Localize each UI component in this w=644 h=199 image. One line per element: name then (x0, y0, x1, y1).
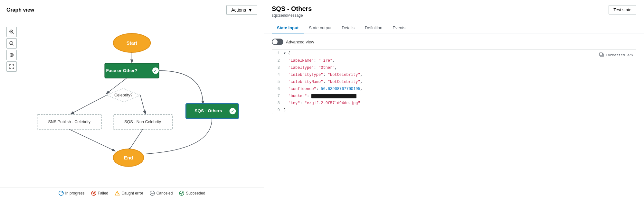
canceled-label: Canceled (156, 191, 173, 195)
left-panel: Graph view Actions ▼ (0, 0, 264, 199)
right-panel: SQS - Others sqs:sendMessage Test state … (264, 0, 644, 199)
svg-point-8 (10, 53, 14, 57)
legend-caught-error: ! Caught error (115, 191, 143, 196)
left-header: Graph view Actions ▼ (0, 0, 264, 20)
legend-failed: Failed (91, 191, 109, 196)
svg-point-45 (179, 191, 184, 195)
code-editor: Formatted </> 1 ▼ { 2 "labelName": "Tire… (272, 50, 636, 114)
test-state-button[interactable]: Test state (609, 5, 636, 14)
legend-canceled: Canceled (150, 191, 173, 196)
svg-line-24 (140, 95, 146, 114)
advanced-view-toggle[interactable] (272, 39, 283, 45)
tab-bar: State input State output Details Definit… (264, 23, 644, 33)
actions-button[interactable]: Actions ▼ (226, 5, 257, 15)
copy-button[interactable] (599, 52, 604, 59)
svg-text:End: End (124, 155, 133, 160)
svg-text:Face or Other?: Face or Other? (106, 68, 137, 73)
advanced-view-row: Advanced view (272, 39, 636, 45)
graph-view-title: Graph view (6, 7, 34, 13)
svg-text:SNS Publish - Celebrity: SNS Publish - Celebrity (48, 120, 90, 124)
svg-line-34 (128, 129, 143, 151)
panel-title: SQS - Others (272, 5, 312, 13)
tab-definition[interactable]: Definition (360, 23, 387, 33)
panel-subtitle: sqs:sendMessage (272, 13, 312, 18)
chevron-down-icon: ▼ (248, 7, 252, 13)
code-line-8: 8 "key": "ezgif-2-9f571d94de.jpg" (272, 100, 636, 107)
tab-details[interactable]: Details (336, 23, 360, 33)
zoom-out-button[interactable] (6, 38, 17, 49)
actions-label: Actions (231, 7, 246, 13)
svg-line-23 (71, 95, 107, 114)
code-line-2: 2 "labelName": "Tire", (272, 57, 636, 64)
svg-text:SQS - Others: SQS - Others (194, 108, 222, 113)
code-editor-toolbar: Formatted </> (599, 52, 633, 59)
svg-text:SQS - Non Celebrity: SQS - Non Celebrity (124, 120, 161, 124)
code-line-3: 3 "labelType": "Other", (272, 64, 636, 71)
svg-text:✓: ✓ (231, 109, 234, 114)
graph-legend: In progress Failed ! Caught error Cancel… (0, 187, 264, 199)
right-header-info: SQS - Others sqs:sendMessage (272, 5, 312, 18)
code-line-6: 6 "confidence": 56.63908767700195, (272, 86, 636, 93)
center-button[interactable] (6, 50, 17, 60)
right-header: SQS - Others sqs:sendMessage Test state (264, 0, 644, 18)
legend-succeeded: Succeeded (179, 191, 205, 196)
legend-in-progress: In progress (59, 191, 85, 196)
code-line-5: 5 "celebrityName": "NotCelebrity", (272, 78, 636, 86)
svg-text:Celebrity?: Celebrity? (114, 93, 133, 97)
code-line-4: 4 "celebrityType": "NotCelebrity", (272, 71, 636, 78)
tab-state-output[interactable]: State output (304, 23, 336, 33)
graph-container: Start Face or Other? ✓ Celebrity? SNS Pu… (0, 20, 264, 187)
svg-text:!: ! (117, 192, 118, 195)
content-area: Advanced view Formatted </> 1 ▼ { 2 "lab… (264, 33, 644, 199)
code-line-1: 1 ▼ { (272, 50, 636, 57)
code-line-7: 7 "bucket": (272, 93, 636, 100)
tab-state-input[interactable]: State input (272, 23, 304, 33)
svg-line-1 (13, 33, 14, 34)
svg-text:Start: Start (127, 41, 137, 46)
svg-rect-47 (600, 53, 602, 56)
fit-button[interactable] (6, 61, 17, 72)
svg-line-33 (69, 129, 115, 151)
advanced-view-label: Advanced view (286, 40, 314, 44)
svg-text:✓: ✓ (154, 69, 157, 73)
svg-point-7 (11, 54, 13, 56)
code-line-9: 9 } (272, 107, 636, 114)
tab-events[interactable]: Events (387, 23, 411, 33)
formatted-label: Formatted </> (606, 53, 633, 57)
graph-svg: Start Face or Other? ✓ Celebrity? SNS Pu… (0, 20, 264, 187)
zoom-controls (6, 27, 17, 72)
svg-line-5 (13, 44, 14, 45)
zoom-in-button[interactable] (6, 27, 17, 37)
